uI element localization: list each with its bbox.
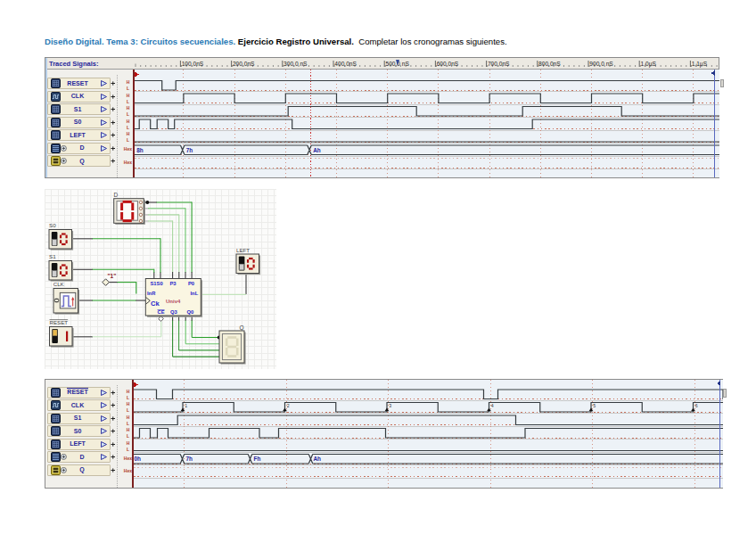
svg-text:S0: S0 bbox=[49, 222, 56, 228]
svg-text:"1": "1" bbox=[108, 273, 117, 279]
svg-text:7h: 7h bbox=[185, 456, 193, 462]
svg-text:0h: 0h bbox=[134, 456, 141, 462]
svg-text:1: 1 bbox=[185, 403, 187, 408]
svg-text:700,0nS: 700,0nS bbox=[488, 61, 510, 67]
svg-text:3: 3 bbox=[389, 403, 391, 408]
svg-text:5: 5 bbox=[593, 403, 596, 408]
svg-text:InL: InL bbox=[191, 291, 199, 296]
svg-text:1,1µS: 1,1µS bbox=[691, 61, 707, 68]
svg-text:P3: P3 bbox=[170, 281, 177, 286]
svg-text:Ah: Ah bbox=[313, 456, 321, 462]
svg-text:4: 4 bbox=[490, 403, 493, 408]
svg-text:300,0 nS: 300,0 nS bbox=[284, 61, 308, 67]
svg-text:P0: P0 bbox=[188, 281, 194, 286]
svg-text:800,0nS: 800,0nS bbox=[538, 61, 561, 67]
svg-text:Q0: Q0 bbox=[187, 309, 194, 315]
svg-text:CLK: CLK bbox=[53, 281, 65, 287]
svg-text:Ah: Ah bbox=[313, 147, 321, 153]
svg-text:InR: InR bbox=[147, 291, 156, 296]
svg-text:7h: 7h bbox=[185, 147, 193, 153]
svg-text:2: 2 bbox=[286, 403, 289, 408]
svg-text:CE: CE bbox=[158, 309, 165, 315]
svg-text:200,0nS: 200,0nS bbox=[233, 61, 255, 67]
svg-text:Ck: Ck bbox=[151, 300, 160, 308]
svg-text:Univ4: Univ4 bbox=[166, 299, 181, 304]
svg-text:S1S0: S1S0 bbox=[151, 281, 163, 286]
svg-text:600,0nS: 600,0nS bbox=[436, 61, 458, 67]
svg-text:900,0 nS: 900,0 nS bbox=[589, 61, 613, 67]
svg-text:RESET: RESET bbox=[50, 319, 69, 325]
svg-text:1,0µS: 1,0µS bbox=[640, 61, 656, 68]
svg-text:Q: Q bbox=[240, 325, 244, 332]
svg-text:8h: 8h bbox=[136, 147, 144, 153]
svg-text:6: 6 bbox=[694, 403, 697, 408]
svg-text:100,0nS: 100,0nS bbox=[181, 61, 203, 67]
svg-text:Q3: Q3 bbox=[170, 309, 178, 315]
svg-text:Fh: Fh bbox=[253, 456, 260, 462]
svg-text:400,0nS: 400,0nS bbox=[334, 61, 357, 67]
svg-text:LEFT: LEFT bbox=[236, 247, 250, 253]
svg-text:D: D bbox=[114, 192, 119, 198]
svg-text:S1: S1 bbox=[49, 253, 56, 259]
